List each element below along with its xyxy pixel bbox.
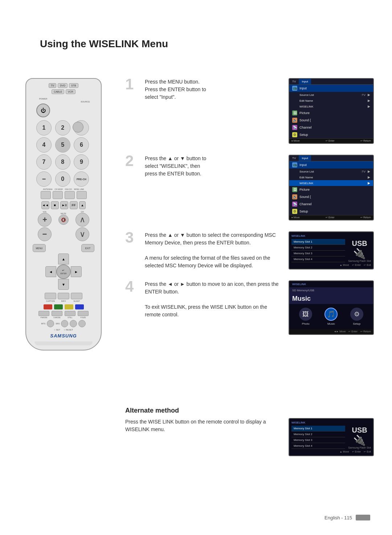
source-list-item: Source List :TV ▶ (289, 92, 373, 98)
tv-button[interactable]: TV (49, 83, 56, 88)
alt-footer-exit: ↩ Exit (364, 450, 371, 453)
enter-button[interactable]: ↵ ENTER (56, 264, 71, 279)
channel-item-2: 📡 Channel (289, 200, 373, 208)
rew-button[interactable]: ◄◄ (41, 201, 49, 209)
dpad-up-button[interactable]: ▲ (58, 254, 69, 264)
alternate-text: Press the WISE LINK button on the remote… (125, 418, 281, 456)
still-button[interactable] (65, 311, 75, 316)
setup-icon-item: ⚙ Setup (350, 308, 363, 325)
alt-footer-move: ▲ Move (340, 450, 349, 453)
usb-label-3: USB (352, 239, 367, 248)
num-7-button[interactable]: 7 (36, 154, 52, 170)
power-label: POWER (39, 98, 48, 100)
num-1-button[interactable]: 1 (36, 120, 52, 135)
extra1-button[interactable] (70, 320, 77, 327)
stb-button[interactable]: STB (69, 83, 78, 88)
footer-move-1: ♦ Move (291, 139, 300, 142)
step-4-number: 4 (125, 279, 139, 294)
wiselink-item-1: WISELINK ▶ (289, 104, 373, 109)
music-title: Music (289, 293, 373, 304)
input-tab-1: Input (299, 79, 311, 84)
step-2-number: 2 (125, 153, 139, 220)
dpad-left-button[interactable]: ◄ (45, 266, 56, 277)
prech-button[interactable]: PRE-CH (74, 171, 89, 187)
sound-item-1: 🔊 Sound { (289, 117, 373, 124)
wiselink-footer-exit-3: ↩ Exit (364, 264, 371, 267)
picture-item-1: 🖼 Picture (289, 109, 373, 117)
picture-item-2: 🖼 Picture (289, 186, 373, 193)
num-4-button[interactable]: 4 (36, 137, 52, 153)
ch-up-button[interactable]: ▲ (79, 201, 86, 209)
red-button[interactable] (44, 304, 52, 309)
num-9-button[interactable]: 9 (74, 154, 89, 170)
blue-button[interactable] (75, 304, 84, 309)
pmode-button[interactable] (38, 311, 49, 316)
step-4-text: Press the ◄ or ► button to move to an ic… (145, 280, 283, 319)
vcr-button[interactable]: VCR (66, 89, 75, 94)
music-footer-enter: ↵ Enter (348, 330, 358, 333)
num-2-button[interactable]: 2 (55, 120, 70, 135)
wiselink-footer-move-3: ▲ Move (340, 264, 349, 267)
exit-button[interactable]: EXIT (81, 244, 94, 252)
input-tab-2: Input (299, 155, 311, 161)
antenna-label: ANTENNA (43, 188, 52, 190)
source-button[interactable] (73, 122, 83, 133)
setup-item-2: ⚙ Setup (289, 208, 373, 215)
step-1: 1 Press the MENU button.Press the ENTER … (125, 78, 376, 144)
dpad-right-button[interactable]: ► (71, 266, 82, 277)
green-button[interactable] (54, 304, 63, 309)
dpad-down-button[interactable]: ▼ (58, 279, 69, 290)
vol-up-button[interactable]: + (38, 213, 52, 227)
menu-button[interactable]: MENU (33, 244, 46, 252)
cable-button[interactable]: CABLE (52, 89, 64, 94)
step-3: 3 Press the ▲ or ▼ button to select the … (125, 231, 376, 269)
menu-item-input: 📺 Input (289, 85, 373, 92)
steps-container: 1 Press the MENU button.Press the ENTER … (125, 78, 376, 346)
music-icon-item: 🎵 Music (324, 308, 338, 325)
caption-button[interactable] (45, 293, 56, 299)
ch-up-btn[interactable]: ∧ (75, 213, 89, 227)
setup-item-1: ⚙ Setup (289, 131, 373, 138)
sound-item-2: 🔊 Sound { (289, 193, 373, 200)
num-5-button[interactable]: 5 (55, 137, 70, 153)
photo-icon-item: 🖼 Photo (299, 308, 312, 325)
step-3-screen: WISELINK Memory Slot 1 Memory Slot 2 Mem… (289, 231, 376, 269)
footer-bar (356, 515, 370, 520)
extra2-button[interactable] (78, 320, 86, 327)
num-8-button[interactable]: 8 (55, 154, 70, 170)
wiselink-button[interactable] (77, 191, 87, 199)
vol-down-button[interactable]: − (38, 227, 52, 241)
smode-button[interactable] (52, 311, 62, 316)
ff-button[interactable]: FF (70, 201, 78, 209)
psize-button[interactable] (78, 311, 89, 316)
set-label: ○ SET (54, 329, 60, 331)
alt-memory-slot-4: Memory Slot 4 (291, 443, 345, 449)
sleep-button[interactable] (71, 293, 82, 299)
footer-return-1: ↩ Return (360, 139, 371, 142)
play-button[interactable]: ►II (60, 201, 68, 209)
source-label: SOURCE (81, 101, 90, 103)
music-footer-move: ◄► Move (334, 330, 346, 333)
dvd-button[interactable]: DVD (58, 83, 68, 88)
alternate-screen: WISELINK Memory Slot 1 Memory Slot 2 Mem… (289, 418, 376, 456)
power-button[interactable]: ⏻ (36, 104, 50, 117)
step-2-text: Press the ▲ or ▼ button toselect "WISELI… (145, 155, 283, 220)
alternate-method-section: Alternate method Press the WISE LINK but… (125, 407, 376, 456)
antenna-button[interactable] (41, 191, 51, 199)
chmgr-button[interactable] (53, 191, 63, 199)
ch-down-button[interactable]: ∨ (75, 227, 89, 241)
footer-enter-2: ↵ Enter (326, 216, 335, 219)
footer-enter-1: ↵ Enter (326, 139, 335, 142)
wiselink-footer-enter-3: ↵ Enter (352, 264, 361, 267)
mute-button[interactable]: 🔇 (58, 215, 69, 225)
num-6-button[interactable]: 6 (74, 137, 89, 153)
favch-button[interactable] (65, 191, 75, 199)
yellow-button[interactable] (65, 304, 73, 309)
wiselink-label: WISE LINK (74, 188, 84, 190)
num-0-button[interactable]: 0 (55, 171, 70, 187)
stop-button[interactable]: ■ (51, 201, 59, 209)
info-button[interactable] (58, 293, 69, 299)
mts-button[interactable] (47, 320, 54, 327)
dash-button[interactable]: − (36, 171, 52, 187)
srs-button[interactable] (61, 320, 68, 327)
